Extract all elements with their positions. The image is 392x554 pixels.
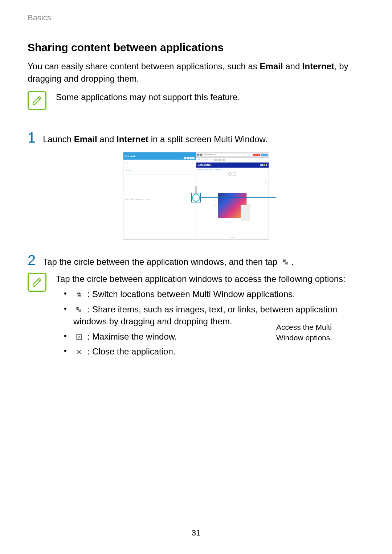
close-icon	[75, 349, 83, 355]
step1-email-bold: Email	[74, 134, 97, 144]
intro-internet-bold: Internet	[302, 61, 334, 71]
browser-gallery: ‹ ›	[196, 176, 269, 237]
forward-icon	[200, 154, 202, 156]
browser-pane: www.samsung.com allProducts & Directorie…	[196, 152, 269, 239]
page-dots	[196, 237, 269, 238]
step-2-text: Tap the circle between the application w…	[43, 253, 294, 268]
browser-btn-red	[253, 154, 260, 156]
svg-rect-4	[79, 309, 82, 312]
maximise-icon	[75, 334, 83, 340]
svg-rect-2	[285, 262, 288, 264]
page-number: 31	[0, 528, 392, 539]
samsung-banner: SAMSUNG	[196, 163, 269, 168]
feature-note: Some applications may not support this f…	[28, 91, 364, 110]
intro-mid: and	[283, 61, 302, 71]
step1-pre: Launch	[43, 134, 74, 144]
opt-close-text: : Close the application.	[85, 346, 175, 356]
email-footer-label: Sent from Samsung tablet	[125, 198, 195, 201]
options-list: : Switch locations between Multi Window …	[56, 288, 364, 358]
browser-iconrow	[196, 172, 269, 176]
option-maximise: : Maximise the window.	[56, 331, 364, 343]
header-rule	[20, 0, 20, 21]
step2-pre: Tap the circle between the application w…	[43, 257, 279, 267]
email-to-row: To+	[125, 161, 195, 168]
multiwindow-circle-handle	[192, 194, 200, 202]
gallery-tile	[218, 193, 247, 218]
email-to-label: To	[126, 162, 128, 167]
options-lead: Tap the circle between application windo…	[56, 273, 364, 285]
opt-switch-text: : Switch locations between Multi Window …	[85, 289, 295, 299]
share-drop-icon	[75, 307, 83, 313]
option-switch: : Switch locations between Multi Window …	[56, 288, 364, 300]
breadcrumb: Basics	[28, 12, 51, 24]
step-1-number: 1	[28, 130, 36, 145]
step-1-text: Launch Email and Internet in a split scr…	[43, 130, 268, 145]
chevron-left-icon: ‹	[214, 202, 216, 209]
tablet-illustration: New email To+ Subject Sent from Samsung …	[123, 152, 269, 240]
banner-dots	[260, 163, 267, 167]
step-2-number: 2	[28, 253, 36, 267]
browser-btn-blue	[261, 154, 268, 156]
option-share: : Share items, such as images, text, or …	[56, 303, 364, 328]
opt-share-text: : Share items, such as images, text, or …	[73, 304, 337, 327]
step-1: 1 Launch Email and Internet in a split s…	[28, 130, 364, 145]
browser-content: NEW · POPULAR · SUPPORT ✕ ‹ ›	[196, 168, 269, 239]
email-subject-row: Subject	[125, 168, 195, 175]
figure-multiwindow: New email To+ Subject Sent from Samsung …	[28, 152, 364, 240]
step-2: 2 Tap the circle between the application…	[28, 253, 364, 268]
options-note-content: Tap the circle between application windo…	[56, 273, 364, 361]
browser-url: www.samsung.com	[203, 153, 252, 156]
brand-label: SAMSUNG	[198, 163, 211, 167]
email-body: To+ Subject Sent from Samsung tablet	[123, 160, 196, 202]
back-icon	[197, 154, 199, 156]
note-icon	[28, 91, 46, 110]
browser-toolbar: www.samsung.com	[196, 152, 269, 158]
note-icon	[28, 273, 46, 292]
options-note: Tap the circle between application windo…	[28, 273, 364, 361]
email-title-label: New email	[125, 155, 135, 157]
email-titlebar: New email	[123, 152, 196, 160]
step1-post: in a split screen Multi Window.	[148, 134, 268, 144]
browser-favbar: allProducts & Directories	[196, 158, 269, 163]
section-heading: Sharing content between applications	[28, 40, 364, 55]
step1-mid: and	[97, 134, 117, 144]
intro-pre: You can easily share content between app…	[28, 61, 260, 71]
intro-email-bold: Email	[260, 61, 283, 71]
intro-paragraph: You can easily share content between app…	[28, 60, 364, 85]
step1-internet-bold: Internet	[117, 134, 148, 144]
email-subject-label: Subject	[126, 169, 133, 174]
step2-post: .	[291, 257, 294, 267]
opt-max-text: : Maximise the window.	[85, 332, 177, 341]
page-content: Sharing content between applications You…	[0, 0, 392, 361]
email-pane: New email To+ Subject Sent from Samsung …	[123, 152, 196, 239]
close-x-icon: ✕	[265, 181, 267, 185]
email-textarea	[125, 175, 195, 183]
switch-icon	[75, 291, 83, 298]
note-text: Some applications may not support this f…	[56, 91, 240, 103]
option-close: : Close the application.	[56, 345, 364, 358]
browser-subnav: NEW · POPULAR · SUPPORT	[196, 168, 269, 172]
share-drop-icon	[282, 259, 289, 266]
